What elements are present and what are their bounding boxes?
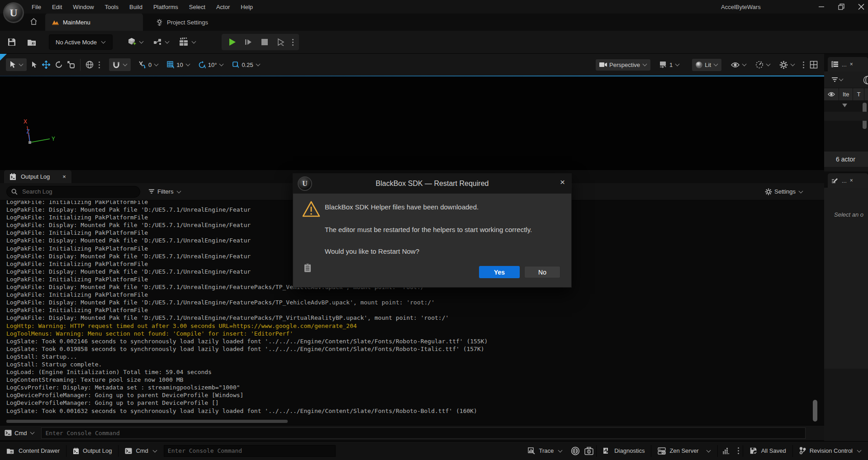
surface-snap-button[interactable]: 0 [138,61,159,69]
viewport[interactable]: 0 10 10° 0.25 Perspective 1 [0,54,824,170]
tab-output-log[interactable]: Output Log × [4,170,71,183]
item-label-column-header[interactable]: Ite [839,88,853,100]
cmd-dropdown[interactable]: Cmd [5,430,35,436]
close-icon[interactable]: × [850,177,853,184]
snap-toggle-button[interactable] [109,58,131,71]
select-tool[interactable] [31,61,38,69]
close-icon[interactable]: × [62,173,66,180]
log-horizontal-scrollbar[interactable] [6,420,288,423]
output-log-button[interactable]: Output Log [66,441,118,460]
statusbar-dots-icon[interactable] [738,450,739,451]
show-flags-button[interactable] [731,62,747,68]
menu-actor[interactable]: Actor [216,4,230,10]
expand-arrow-icon[interactable] [842,104,847,107]
quad-view-icon[interactable] [810,61,818,69]
tab-ellipsis[interactable]: ... [842,61,847,68]
statusbar-console-box[interactable] [164,445,336,457]
view-mode-button[interactable]: Lit [692,59,721,71]
outliner-list[interactable] [824,101,868,152]
menu-help[interactable]: Help [241,4,253,10]
all-saved-button[interactable]: All Saved [743,441,792,460]
console-command-row: Cmd [0,425,824,440]
insights-grid-icon[interactable] [722,447,730,455]
world-coordinate-button[interactable] [85,61,94,69]
no-button[interactable]: No [524,266,560,278]
minimize-button[interactable] [818,4,825,10]
camera-mode-button[interactable]: Perspective [596,59,650,71]
menu-window[interactable]: Window [73,4,94,10]
tab-details[interactable]: ... × [828,173,868,188]
chevron-down-icon [165,39,170,44]
menu-select[interactable]: Select [189,4,205,10]
cinematics-button[interactable] [179,38,196,47]
restore-button[interactable] [838,4,844,10]
chevron-down-icon [839,77,844,81]
editor-mode-select[interactable]: No Active Mode [49,34,113,50]
log-search-box[interactable] [6,186,140,198]
trace-snapshot-icon[interactable] [584,447,593,455]
console-input[interactable] [42,429,805,437]
menu-build[interactable]: Build [129,4,142,10]
statusbar-cmd-dropdown[interactable]: Cmd [119,441,163,460]
diagnostics-button[interactable]: Diagnostics [597,441,651,460]
scale-snap-icon [232,61,240,69]
rotation-snap-button[interactable]: 10° [198,61,224,69]
log-settings-button[interactable]: Settings [765,188,803,195]
add-content-button[interactable] [127,37,144,47]
console-input-box[interactable] [41,427,806,439]
log-search-input[interactable] [21,188,123,195]
unreal-logo-icon[interactable]: U [3,2,24,23]
tab-outliner[interactable]: ... × [828,57,868,71]
menu-platforms[interactable]: Platforms [153,4,178,10]
tab-mainmenu[interactable]: MainMenu [45,14,143,31]
launch-button[interactable] [273,35,289,49]
copy-to-clipboard-icon[interactable] [304,263,311,272]
viewport-settings-button[interactable] [779,61,795,69]
optimization-viewmodes-button[interactable] [755,61,771,69]
tab-project-settings[interactable]: Project Settings [149,14,214,31]
play-options-dots-icon[interactable] [292,42,294,43]
tab-ellipsis[interactable]: ... [842,177,847,184]
move-arrows-icon [42,61,50,69]
menu-file[interactable]: File [32,4,41,10]
menu-tools[interactable]: Tools [105,4,119,10]
viewport-options-dots-icon[interactable] [803,64,804,66]
scale-tool[interactable] [67,61,75,69]
rotate-tool[interactable] [55,61,63,69]
zen-server-button[interactable]: Zen Server [651,441,717,460]
scale-snap-button[interactable]: 0.25 [232,61,260,69]
visibility-column-header[interactable] [824,88,839,100]
move-tool[interactable] [42,61,50,69]
trace-button[interactable]: Trace [522,441,569,460]
chevron-down-icon [101,39,106,44]
dialog-close-icon[interactable]: × [560,178,565,186]
world-settings-icon[interactable] [863,75,868,85]
revision-control-button[interactable]: Revision Control [793,441,868,460]
menu-edit[interactable]: Edit [52,4,62,10]
content-drawer-button[interactable]: Content Drawer [0,441,66,460]
stop-button[interactable] [257,35,272,49]
yes-button[interactable]: Yes [479,266,520,278]
filter-icon[interactable] [831,77,838,83]
outliner-count: 6 actor [824,152,868,167]
transform-options-dots-icon[interactable] [99,64,100,66]
trace-gauge-icon[interactable] [571,446,580,455]
level-icon [52,19,59,25]
frame-skip-button[interactable] [241,35,256,49]
save-icon[interactable] [7,38,16,47]
statusbar-console-input[interactable] [164,447,335,455]
grid-snap-button[interactable]: 10 [166,61,190,69]
transform-mode-button[interactable] [6,58,27,71]
type-column-header[interactable]: T [853,88,864,100]
dialog-header[interactable]: U BlackBox SDK — Restart Required × [293,174,571,194]
zen-server-icon [658,447,666,455]
log-vertical-scrollbar[interactable] [813,400,817,422]
content-browser-icon[interactable] [27,38,37,47]
play-button[interactable] [224,35,240,49]
home-icon[interactable] [30,18,38,25]
close-button[interactable] [858,4,864,10]
blueprints-button[interactable] [153,38,170,46]
screen-percentage-button[interactable]: 1 [659,61,680,68]
log-filters-button[interactable]: Filters [148,188,181,195]
close-icon[interactable]: × [850,61,853,67]
